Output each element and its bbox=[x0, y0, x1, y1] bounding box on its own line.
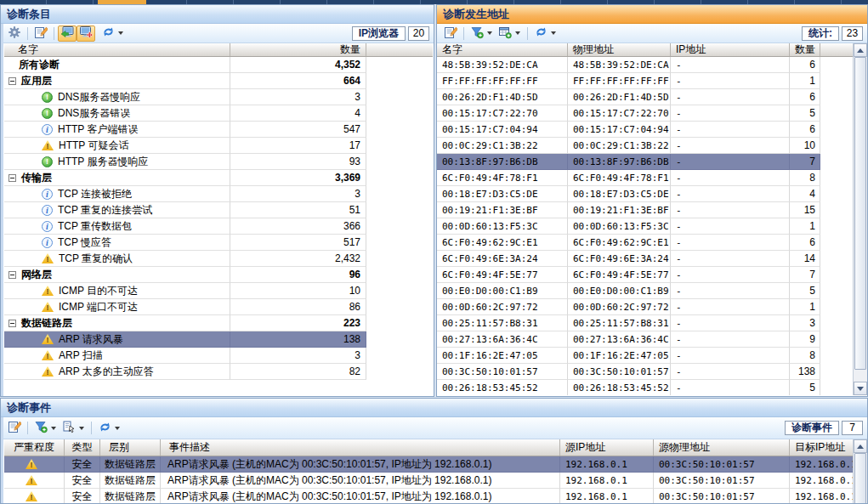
scroll-down-icon[interactable] bbox=[854, 382, 867, 395]
column-header-severity[interactable]: 严重程度 bbox=[4, 439, 65, 456]
tree-row-name: HTTP 服务器慢响应 bbox=[4, 154, 230, 170]
address-row[interactable]: 6C:F0:49:4F:78:F16C:F0:49:4F:78:F1-8 bbox=[437, 170, 853, 186]
tree-row[interactable]: ICMP 目的不可达10 bbox=[4, 283, 433, 299]
address-row[interactable]: 6C:F0:49:4F:5E:776C:F0:49:4F:5E:77-7 bbox=[437, 267, 853, 283]
tree-row[interactable]: 网络层96 bbox=[4, 267, 433, 283]
info-icon bbox=[42, 237, 53, 248]
address-row[interactable]: 00:0D:60:13:F5:3C00:0D:60:13:F5:3C-1 bbox=[437, 218, 853, 235]
address-row[interactable]: 00:27:13:6A:36:4C00:27:13:6A:36:4C-9 bbox=[437, 331, 853, 348]
address-row[interactable]: 6C:F0:49:62:9C:E16C:F0:49:62:9C:E1-6 bbox=[437, 235, 853, 251]
log-export-button[interactable] bbox=[5, 420, 24, 436]
address-row[interactable]: 00:25:11:57:B8:3100:25:11:57:B8:31-3 bbox=[437, 315, 853, 331]
tree-row[interactable]: HTTP 可疑会话17 bbox=[4, 138, 433, 154]
filter-button[interactable] bbox=[468, 25, 486, 42]
tree-row[interactable]: DNS服务器慢响应3 bbox=[4, 89, 433, 105]
refresh-button[interactable] bbox=[531, 25, 550, 42]
log-export-button[interactable] bbox=[31, 25, 50, 42]
column-settings-button[interactable] bbox=[496, 25, 514, 42]
address-row[interactable]: 00:3C:50:10:01:5700:3C:50:10:01:57-138 bbox=[437, 364, 853, 380]
tree-row[interactable]: 所有诊断4,352 bbox=[4, 57, 433, 73]
address-row[interactable]: 48:5B:39:52:DE:CA48:5B:39:52:DE:CA-6 bbox=[437, 57, 853, 73]
tree-row[interactable]: TCP 连接被拒绝3 bbox=[4, 186, 433, 202]
column-header-ip[interactable]: IP地址 bbox=[671, 43, 790, 56]
address-row[interactable]: 00:26:2D:F1:4D:5D00:26:2D:F1:4D:5D-6 bbox=[437, 89, 853, 105]
column-header-count[interactable]: 数量 bbox=[230, 43, 366, 56]
column-header-name[interactable]: 名字 bbox=[4, 43, 230, 56]
address-row[interactable]: 6C:F0:49:6E:3A:246C:F0:49:6E:3A:24-14 bbox=[437, 251, 853, 267]
tree-row[interactable]: TCP 重复的确认2,432 bbox=[4, 251, 433, 267]
scroll-up-icon[interactable] bbox=[854, 43, 867, 57]
address-row[interactable]: 00:26:18:53:45:5200:26:18:53:45:52-5 bbox=[437, 380, 853, 395]
collapse-icon[interactable] bbox=[9, 174, 16, 182]
collapse-icon[interactable] bbox=[9, 77, 16, 85]
address-row[interactable]: 00:18:E7:D3:C5:DE00:18:E7:D3:C5:DE-4 bbox=[437, 186, 853, 202]
address-row[interactable]: 00:0C:29:C1:3B:2200:0C:29:C1:3B:22-10 bbox=[437, 138, 853, 154]
tree-row[interactable]: 数据链路层223 bbox=[4, 315, 433, 331]
address-row[interactable]: 00:15:17:C7:04:9400:15:17:C7:04:94-6 bbox=[437, 122, 853, 138]
event-severity bbox=[4, 489, 65, 503]
add-node-button[interactable] bbox=[77, 25, 95, 42]
column-header-src-mac[interactable]: 源物理地址 bbox=[654, 439, 790, 456]
tree-row[interactable]: DNS服务器错误4 bbox=[4, 105, 433, 122]
column-header-name[interactable]: 名字 bbox=[437, 43, 568, 56]
column-header-type[interactable]: 类型 bbox=[65, 439, 100, 456]
refresh-dropdown-caret[interactable] bbox=[118, 31, 123, 35]
tree-row[interactable]: ARP 太多的主动应答82 bbox=[4, 364, 433, 380]
column-header-description[interactable]: 事件描述 bbox=[161, 439, 560, 456]
refresh-button[interactable] bbox=[95, 420, 114, 436]
tree-row-count: 3 bbox=[230, 348, 366, 364]
collapse-icon[interactable] bbox=[9, 271, 16, 279]
refresh-button[interactable] bbox=[99, 25, 117, 42]
event-row[interactable]: 安全数据链路层ARP请求风暴 (主机的MAC为 00:3C:50:10:01:5… bbox=[4, 456, 853, 473]
tree-row[interactable]: ARP 扫描3 bbox=[4, 348, 433, 364]
tree-row[interactable]: HTTP 服务器慢响应93 bbox=[4, 154, 433, 170]
event-row[interactable]: 安全数据链路层ARP请求风暴 (主机的MAC为 00:3C:50:10:01:5… bbox=[4, 489, 853, 503]
address-count: 1 bbox=[790, 299, 820, 315]
settings-button[interactable] bbox=[5, 25, 24, 42]
address-mac: 00:0D:60:13:F5:3C bbox=[568, 218, 671, 235]
address-row[interactable]: 00:1F:16:2E:47:0500:1F:16:2E:47:05-8 bbox=[437, 348, 853, 364]
tree-row[interactable]: TCP 重传数据包366 bbox=[4, 218, 433, 235]
tree-row[interactable]: 应用层664 bbox=[4, 73, 433, 89]
refresh-dropdown-caret[interactable] bbox=[115, 427, 120, 430]
scrollbar-thumb[interactable] bbox=[854, 453, 866, 504]
address-row[interactable]: 00:0D:60:2C:97:7200:0D:60:2C:97:72-1 bbox=[437, 299, 853, 315]
event-layer: 数据链路层 bbox=[100, 456, 161, 473]
tree-row[interactable]: 传输层3,369 bbox=[4, 170, 433, 186]
scrollbar-thumb[interactable] bbox=[854, 57, 866, 370]
collapse-icon[interactable] bbox=[9, 320, 16, 327]
address-row[interactable]: 00:13:8F:97:B6:DB00:13:8F:97:B6:DB-7 bbox=[437, 154, 853, 170]
column-header-layer[interactable]: 层别 bbox=[100, 439, 161, 456]
address-ip: - bbox=[671, 89, 790, 105]
column-header-src-ip[interactable]: 源IP地址 bbox=[560, 439, 654, 456]
column-header-mac[interactable]: 物理地址 bbox=[568, 43, 671, 56]
column-dropdown-caret[interactable] bbox=[515, 31, 520, 35]
tree-row[interactable]: ARP 请求风暴138 bbox=[4, 331, 433, 348]
tree-row[interactable]: TCP 慢应答517 bbox=[4, 235, 433, 251]
filter-button[interactable] bbox=[31, 420, 50, 436]
filter-dropdown-caret[interactable] bbox=[487, 31, 492, 35]
locate-dropdown-caret[interactable] bbox=[79, 427, 84, 430]
tree-row-name: TCP 连接被拒绝 bbox=[4, 186, 230, 202]
vertical-scrollbar[interactable] bbox=[853, 43, 867, 395]
refresh-dropdown-caret[interactable] bbox=[551, 31, 556, 35]
address-mac: 00:15:17:C7:04:94 bbox=[568, 122, 671, 138]
address-row[interactable]: 00:E0:D0:00:C1:B900:E0:D0:00:C1:B9-5 bbox=[437, 283, 853, 299]
column-header-dst-ip[interactable]: 目标IP地址 bbox=[790, 439, 854, 456]
filter-dropdown-caret[interactable] bbox=[51, 427, 56, 430]
address-row[interactable]: FF:FF:FF:FF:FF:FFFF:FF:FF:FF:FF:FF-1 bbox=[437, 73, 853, 89]
address-row[interactable]: 00:15:17:C7:22:7000:15:17:C7:22:70-5 bbox=[437, 105, 853, 122]
column-header-count[interactable]: 数量 bbox=[790, 43, 820, 56]
address-row[interactable]: 00:19:21:F1:3E:BF00:19:21:F1:3E:BF-15 bbox=[437, 202, 853, 218]
tree-row[interactable]: TCP 重复的连接尝试51 bbox=[4, 202, 433, 218]
log-export-button[interactable] bbox=[441, 25, 460, 42]
event-row[interactable]: 安全数据链路层ARP请求风暴 (主机的MAC为 00:3C:50:10:01:5… bbox=[4, 473, 853, 489]
locate-packet-button[interactable] bbox=[60, 420, 78, 436]
address-mac: 00:26:18:53:45:52 bbox=[568, 380, 671, 395]
vertical-scrollbar[interactable] bbox=[853, 439, 867, 503]
locate-node-button[interactable] bbox=[58, 25, 77, 42]
tree-row[interactable]: ICMP 端口不可达86 bbox=[4, 299, 433, 315]
tree-row[interactable]: HTTP 客户端错误547 bbox=[4, 122, 433, 138]
address-mac: 00:E0:D0:00:C1:B9 bbox=[568, 283, 671, 299]
scroll-up-icon[interactable] bbox=[854, 439, 867, 453]
